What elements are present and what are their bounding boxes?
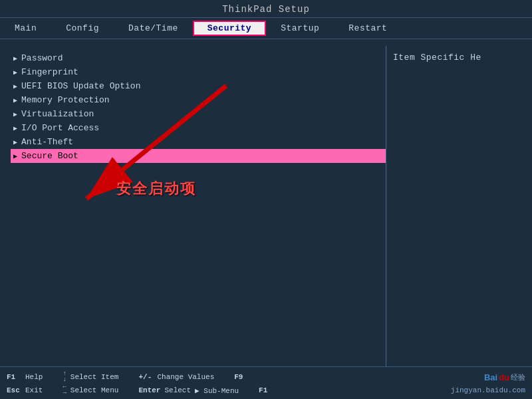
arrow-icon: ▶ [13,68,17,76]
nav-item-datetime[interactable]: Date/Time [114,21,193,36]
menu-item-secure-boot[interactable]: ▶ Secure Boot [11,149,386,163]
arrow-icon: ▶ [13,152,17,160]
menu-item-password[interactable]: ▶ Password [13,51,386,65]
annotation-chinese-text: 安全启动项 [116,179,196,199]
menu-item-memory-protection[interactable]: ▶ Memory Protection [13,93,386,107]
main-content: ▶ Password ▶ Fingerprint ▶ UEFI BIOS Upd… [0,39,532,366]
status-updown-select-item: ↑↓ Select Item [63,371,118,383]
arrow-icon: ▶ [13,55,17,63]
status-plusminus-change-values: +/- Change Values [138,373,214,381]
bios-screen: ThinkPad Setup Main Config Date/Time Sec… [0,0,532,399]
baidu-watermark: Baidu 经验 [484,372,525,382]
title-text: ThinkPad Setup [222,4,310,15]
nav-item-restart[interactable]: Restart [334,21,402,36]
baidu-site: jingyan.baidu.com [451,386,525,394]
status-bar: F1 Help ↑↓ Select Item +/- Change Values… [0,366,532,399]
menu-item-anti-theft[interactable]: ▶ Anti-Theft [13,135,386,149]
menu-item-virtualization[interactable]: ▶ Virtualization [13,107,386,121]
arrow-icon: ▶ [13,82,17,90]
status-esc-exit: Esc Exit [7,386,43,394]
nav-item-security[interactable]: Security [193,21,266,36]
right-panel-title: Item Specific He [393,53,481,63]
status-leftright-select-menu: ←→ Select Menu [63,384,118,396]
bios-title: ThinkPad Setup [0,0,532,17]
arrow-icon: ▶ [13,110,17,118]
menu-item-uefi-bios[interactable]: ▶ UEFI BIOS Update Option [13,79,386,93]
status-f1-bottom: F1 [259,386,273,394]
left-panel: ▶ Password ▶ Fingerprint ▶ UEFI BIOS Upd… [0,46,386,366]
nav-item-startup[interactable]: Startup [266,21,334,36]
menu-item-fingerprint[interactable]: ▶ Fingerprint [13,65,386,79]
nav-item-main[interactable]: Main [0,21,51,36]
arrow-icon: ▶ [13,96,17,104]
nav-bar: Main Config Date/Time Security Startup R… [0,17,532,39]
nav-item-config[interactable]: Config [51,21,114,36]
status-f1-help: F1 Help [7,373,43,381]
status-enter-select-submenu: Enter Select ▶ Sub-Menu [138,386,239,395]
status-row-1: F1 Help ↑↓ Select Item +/- Change Values… [7,371,525,383]
status-row-2: Esc Exit ←→ Select Menu Enter Select ▶ S… [7,384,525,396]
menu-item-io-port-access[interactable]: ▶ I/O Port Access [13,121,386,135]
arrow-icon: ▶ [13,138,17,146]
right-panel: Item Specific He [386,46,532,366]
status-f9: F9 [234,373,249,381]
arrow-icon: ▶ [13,124,17,132]
